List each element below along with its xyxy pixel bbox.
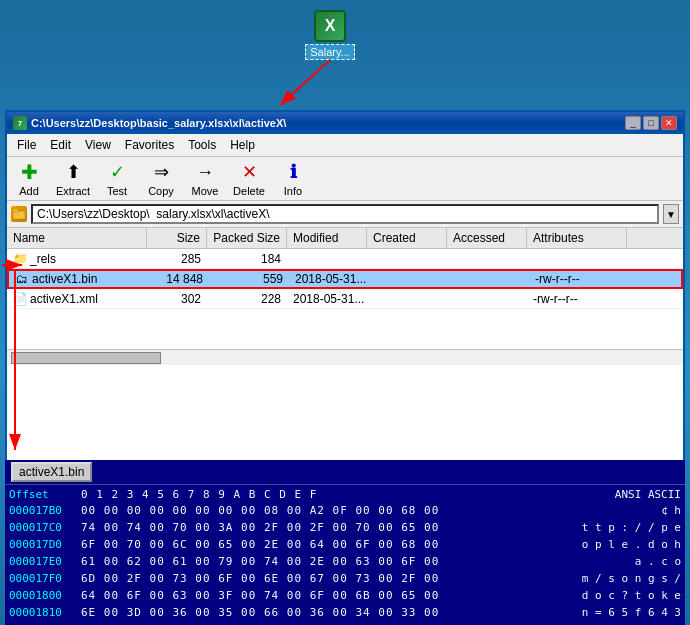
hex-bytes-header: 0 1 2 3 4 5 6 7 8 9 A B C D E F [81, 488, 561, 501]
file-accessed [449, 278, 529, 280]
hex-offset-val: 00001800 [9, 587, 81, 604]
menu-favorites[interactable]: Favorites [119, 136, 180, 154]
test-icon: ✓ [105, 160, 129, 184]
hex-ascii-val: ¢ h [561, 502, 681, 519]
table-row[interactable]: 🗂 activeX1.bin 14 848 559 2018-05-31... … [7, 269, 683, 289]
move-button[interactable]: → Move [187, 160, 223, 197]
desktop-icon[interactable]: Salary... [305, 10, 355, 60]
hex-bytes-val: 34 00 36 00 37 00 32 00 66 00 39 00 30 0… [81, 621, 561, 625]
hex-bytes-val: 6E 00 3D 00 36 00 35 00 66 00 36 00 34 0… [81, 604, 561, 621]
hex-row: 000017B0 00 00 00 00 00 00 00 00 08 00 A… [9, 502, 681, 519]
table-row[interactable]: 📁 _rels 285 184 [7, 249, 683, 269]
copy-icon: ⇒ [149, 160, 173, 184]
hex-row: 00001810 6E 00 3D 00 36 00 35 00 66 00 3… [9, 604, 681, 621]
add-button[interactable]: ✚ Add [11, 160, 47, 197]
column-headers: Name Size Packed Size Modified Created A… [7, 228, 683, 249]
scroll-area [7, 349, 683, 365]
hex-bytes-val: 6F 00 70 00 6C 00 65 00 2E 00 64 00 6F 0… [81, 536, 561, 553]
toolbar: ✚ Add ⬆ Extract ✓ Test ⇒ Copy → Move ✕ D… [7, 157, 683, 201]
file-created [367, 258, 447, 260]
hex-row: 00001800 64 00 6F 00 63 00 3F 00 74 00 6… [9, 587, 681, 604]
file-size: 285 [147, 251, 207, 267]
col-modified[interactable]: Modified [287, 228, 367, 248]
hex-offset-val: 000017E0 [9, 553, 81, 570]
hex-offset-val: 00001810 [9, 604, 81, 621]
svg-line-3 [280, 60, 330, 105]
hex-ascii-val: a . c o [561, 553, 681, 570]
menu-bar: File Edit View Favorites Tools Help [7, 134, 683, 157]
file-accessed [447, 298, 527, 300]
hex-ascii-val: o p l e . d o h [561, 536, 681, 553]
hex-bytes-val: 00 00 00 00 00 00 00 00 08 00 A2 0F 00 0… [81, 502, 561, 519]
hex-bytes-val: 6D 00 2F 00 73 00 6F 00 6E 00 67 00 73 0… [81, 570, 561, 587]
close-button[interactable]: ✕ [661, 116, 677, 130]
menu-view[interactable]: View [79, 136, 117, 154]
title-controls: _ □ ✕ [625, 116, 677, 130]
h-scrollbar[interactable] [11, 352, 161, 364]
menu-file[interactable]: File [11, 136, 42, 154]
desktop: Salary... 7 C:\Users\zz\Desktop\basic_sa… [0, 0, 690, 625]
file-attributes: -rw-r--r-- [527, 291, 627, 307]
col-packed[interactable]: Packed Size [207, 228, 287, 248]
col-name[interactable]: Name [7, 228, 147, 248]
xml-file-icon: 📄 [13, 292, 27, 306]
address-dropdown[interactable]: ▼ [663, 204, 679, 224]
file-packed: 228 [207, 291, 287, 307]
hex-ascii-val: n = 6 5 f 6 4 3 [561, 604, 681, 621]
copy-button[interactable]: ⇒ Copy [143, 160, 179, 197]
add-label: Add [19, 185, 39, 197]
hex-row: 000017D0 6F 00 70 00 6C 00 65 00 2E 00 6… [9, 536, 681, 553]
hex-panel: activeX1.bin Offset 0 1 2 3 4 5 6 7 8 9 … [5, 460, 685, 625]
col-accessed[interactable]: Accessed [447, 228, 527, 248]
hex-filename: activeX1.bin [11, 462, 92, 482]
file-created [369, 278, 449, 280]
move-label: Move [192, 185, 219, 197]
test-button[interactable]: ✓ Test [99, 160, 135, 197]
col-attributes[interactable]: Attributes [527, 228, 627, 248]
hex-row: 00001820 34 00 36 00 37 00 32 00 66 00 3… [9, 621, 681, 625]
test-label: Test [107, 185, 127, 197]
svg-rect-1 [13, 209, 18, 212]
file-modified: 2018-05-31... [287, 291, 367, 307]
hex-bytes-val: 74 00 74 00 70 00 3A 00 2F 00 2F 00 70 0… [81, 519, 561, 536]
file-packed: 184 [207, 251, 287, 267]
menu-edit[interactable]: Edit [44, 136, 77, 154]
hex-offset-val: 000017C0 [9, 519, 81, 536]
hex-offset-val: 000017F0 [9, 570, 81, 587]
file-size: 14 848 [149, 271, 209, 287]
table-row[interactable]: 📄 activeX1.xml 302 228 2018-05-31... -rw… [7, 289, 683, 309]
hex-bytes-val: 61 00 62 00 61 00 79 00 74 00 2E 00 63 0… [81, 553, 561, 570]
info-label: Info [284, 185, 302, 197]
col-created[interactable]: Created [367, 228, 447, 248]
hex-ascii-header: ANSI ASCII [561, 488, 681, 501]
title-bar: 7 C:\Users\zz\Desktop\basic_salary.xlsx\… [7, 112, 683, 134]
file-accessed [447, 258, 527, 260]
hex-ascii-val: 4 6 7 2 f 9 0 e [561, 621, 681, 625]
col-size[interactable]: Size [147, 228, 207, 248]
desktop-icon-label: Salary... [305, 44, 355, 60]
extract-button[interactable]: ⬆ Extract [55, 160, 91, 197]
file-name: 🗂 activeX1.bin [9, 271, 149, 287]
app-icon: 7 [13, 116, 27, 130]
minimize-button[interactable]: _ [625, 116, 641, 130]
info-button[interactable]: ℹ Info [275, 160, 311, 197]
file-size: 302 [147, 291, 207, 307]
delete-icon: ✕ [237, 160, 261, 184]
menu-help[interactable]: Help [224, 136, 261, 154]
hex-row: 000017C0 74 00 74 00 70 00 3A 00 2F 00 2… [9, 519, 681, 536]
file-created [367, 298, 447, 300]
hex-offset-val: 000017D0 [9, 536, 81, 553]
hex-ascii-val: d o c ? t o k e [561, 587, 681, 604]
hex-offset-val: 00001820 [9, 621, 81, 625]
maximize-button[interactable]: □ [643, 116, 659, 130]
hex-bytes-val: 64 00 6F 00 63 00 3F 00 74 00 6F 00 6B 0… [81, 587, 561, 604]
delete-button[interactable]: ✕ Delete [231, 160, 267, 197]
excel-icon [314, 10, 346, 42]
copy-label: Copy [148, 185, 174, 197]
hex-header: Offset 0 1 2 3 4 5 6 7 8 9 A B C D E F A… [9, 487, 681, 502]
menu-tools[interactable]: Tools [182, 136, 222, 154]
info-icon: ℹ [281, 160, 305, 184]
address-input[interactable] [31, 204, 659, 224]
file-attributes [527, 258, 627, 260]
file-name: 📁 _rels [7, 251, 147, 267]
